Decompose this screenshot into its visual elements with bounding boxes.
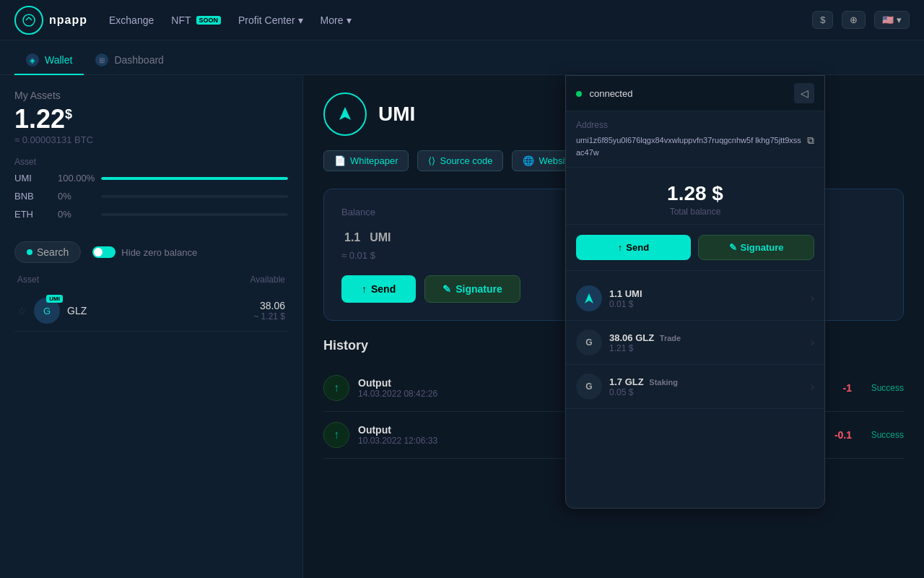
source-code-icon: ⟨⟩ [428, 155, 435, 166]
dashboard-tab-icon: ⊞ [95, 53, 108, 66]
icon2-button[interactable]: ⊕ [842, 11, 866, 29]
popup-send-icon: ↑ [618, 242, 623, 253]
popup-glz-staking-icon: G [576, 374, 602, 400]
wallet-tab-icon: ◈ [26, 53, 39, 66]
address-label: Address [576, 120, 814, 130]
asset-row-bnb: BNB 0% [14, 191, 288, 202]
tabs-bar: ◈ Wallet ⊞ Dashboard [0, 40, 924, 75]
tab-wallet[interactable]: ◈ Wallet [14, 46, 84, 75]
asset-row-umi: UMI 100.00% [14, 173, 288, 184]
asset-table-header: Asset [14, 157, 288, 167]
asset-list: Asset Available ☆ G UMI GLZ 38.06 ~ 1.21… [14, 275, 288, 564]
umi-logo-icon [323, 92, 367, 136]
output-arrow-icon-2: ↑ [323, 422, 349, 448]
whitepaper-button[interactable]: 📄 Whitepaper [323, 150, 409, 171]
send-button[interactable]: ↑ Send [341, 275, 416, 303]
nav-exchange[interactable]: Exchange [109, 14, 154, 26]
popup-header: connected ◁ [566, 76, 824, 111]
umi-name: UMI [378, 103, 415, 126]
umi-badge: UMI [46, 295, 63, 303]
svg-point-0 [23, 14, 35, 26]
asset-row-eth: ETH 0% [14, 209, 288, 220]
language-button[interactable]: 🇺🇸 ▾ [874, 11, 910, 29]
chevron-right-icon-umi: › [811, 292, 814, 305]
popup-glz-trade-icon: G [576, 329, 602, 355]
tab-dashboard[interactable]: ⊞ Dashboard [84, 46, 175, 75]
popup-close-button[interactable]: ◁ [794, 83, 814, 103]
popup-asset-list: 1.1 UMI 0.01 $ › G 38.06 GLZ Trade 1.21 … [566, 271, 824, 415]
popup-balance-section: 1.28 $ Total balance [566, 168, 824, 225]
whitepaper-icon: 📄 [334, 155, 346, 166]
popup-umi-icon [576, 285, 602, 311]
popup-glz-trade-info: 38.06 GLZ Trade 1.21 $ [609, 332, 803, 353]
nft-badge: SOON [196, 16, 222, 25]
history-status-1: Success [860, 383, 904, 393]
connected-dot-icon [576, 91, 582, 97]
search-row: Search Hide zero balance [14, 241, 288, 263]
list-item-glz[interactable]: ☆ G UMI GLZ 38.06 ~ 1.21 $ [14, 290, 288, 332]
nav-nft[interactable]: NFT SOON [171, 14, 221, 26]
search-dot-icon [27, 249, 32, 255]
header: npapp Exchange NFT SOON Profit Center ▾ … [0, 0, 924, 40]
main-content: My Assets 1.22$ ≈ 0.00003131 BTC Asset U… [0, 75, 924, 578]
copy-address-button[interactable]: ⧉ [807, 134, 814, 147]
toggle-knob [94, 248, 103, 256]
asset-icon-wrap-glz: G UMI [34, 298, 60, 324]
output-arrow-icon-1: ↑ [323, 375, 349, 401]
website-icon: 🌐 [523, 155, 534, 166]
left-panel: My Assets 1.22$ ≈ 0.00003131 BTC Asset U… [0, 75, 303, 578]
popup-total-balance-label: Total balance [576, 207, 814, 217]
assets-total-value: 1.22$ [14, 104, 288, 134]
full-address: umi1z6f85yu0l676lqgx84vxwluppvfn37ruqgcn… [576, 134, 801, 158]
hide-zero-toggle[interactable]: Hide zero balance [92, 246, 197, 258]
popup-glz-staking-info: 1.7 GLZ Staking 0.05 $ [609, 376, 803, 397]
toggle-switch[interactable] [92, 246, 116, 258]
popup-send-button[interactable]: ↑ Send [576, 235, 691, 260]
signature-icon: ✎ [443, 283, 451, 295]
logo[interactable]: npapp [14, 6, 87, 35]
popup-signature-button[interactable]: ✎ Signature [698, 235, 814, 260]
popup-asset-glz-staking[interactable]: G 1.7 GLZ Staking 0.05 $ › [566, 365, 824, 409]
dollar-button[interactable]: $ [812, 11, 833, 29]
asset-list-header: Asset Available [14, 275, 288, 285]
logo-text: npapp [49, 14, 87, 27]
my-assets-label: My Assets [14, 90, 288, 101]
star-icon-glz[interactable]: ☆ [17, 305, 27, 316]
nav-profit-center[interactable]: Profit Center ▾ [238, 14, 303, 26]
glz-name: GLZ [67, 305, 246, 316]
source-code-button[interactable]: ⟨⟩ Source code [417, 150, 503, 171]
logo-icon [14, 6, 43, 35]
wallet-popup: connected ◁ Address umi1z6f85yu0l676lqgx… [565, 75, 825, 509]
search-button[interactable]: Search [14, 241, 81, 263]
popup-asset-glz-trade[interactable]: G 38.06 GLZ Trade 1.21 $ › [566, 321, 824, 365]
address-row: umi1z6f85yu0l676lqgx84vxwluppvfn37ruqgcn… [576, 134, 814, 158]
asset-breakdown-table: Asset UMI 100.00% BNB 0% ETH 0% [14, 157, 288, 227]
send-arrow-icon: ↑ [362, 283, 367, 295]
popup-umi-info: 1.1 UMI 0.01 $ [609, 288, 803, 309]
chevron-right-icon-glz-trade: › [811, 336, 814, 349]
glz-amount: 38.06 ~ 1.21 $ [253, 300, 285, 322]
history-status-2: Success [860, 430, 904, 440]
popup-sig-icon: ✎ [729, 242, 737, 253]
btc-equivalent: ≈ 0.00003131 BTC [14, 134, 288, 145]
popup-action-row: ↑ Send ✎ Signature [566, 225, 824, 271]
connected-status: connected [576, 87, 632, 100]
popup-total-balance-value: 1.28 $ [576, 182, 814, 205]
popup-address-section: Address umi1z6f85yu0l676lqgx84vxwluppvfn… [566, 111, 824, 168]
header-right: $ ⊕ 🇺🇸 ▾ [812, 11, 910, 29]
popup-asset-umi[interactable]: 1.1 UMI 0.01 $ › [566, 277, 824, 321]
nav-more[interactable]: More ▾ [321, 14, 352, 26]
chevron-right-icon-glz-staking: › [811, 380, 814, 393]
signature-button[interactable]: ✎ Signature [424, 275, 520, 303]
